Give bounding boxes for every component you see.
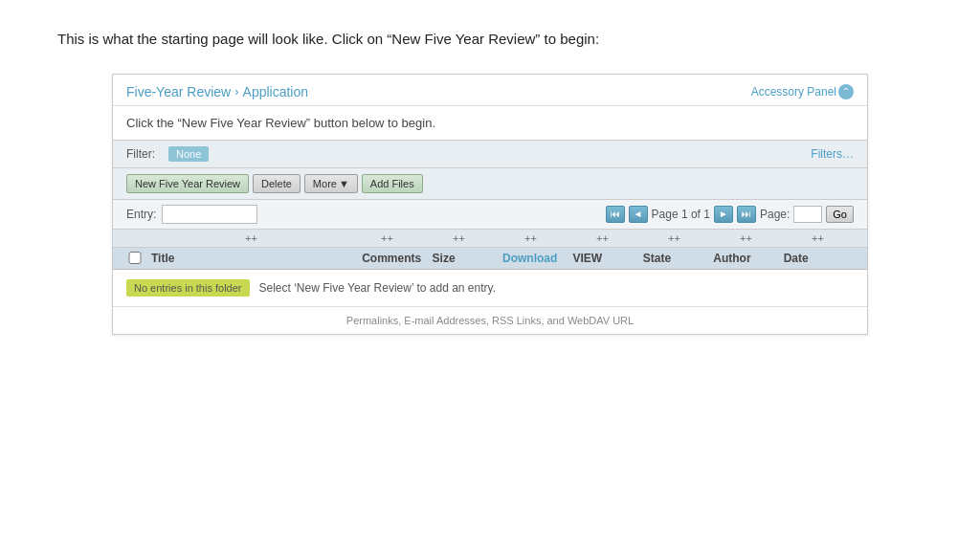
th-author: Author (713, 252, 783, 265)
app-footer: Permalinks, E-mail Addresses, RSS Links,… (113, 307, 867, 334)
page-number-input[interactable] (793, 206, 822, 223)
sort-download[interactable]: ++ (495, 232, 567, 244)
footer-text: Permalinks, E-mail Addresses, RSS Links,… (346, 315, 634, 326)
th-comments: Comments (362, 252, 432, 265)
filters-link[interactable]: Filters… (811, 147, 854, 161)
new-five-year-review-button[interactable]: New Five Year Review (126, 174, 249, 193)
breadcrumb-part1[interactable]: Five-Year Review (126, 84, 231, 99)
no-entries-description: Select ‘New Five Year Review’ to add an … (259, 281, 496, 295)
page-label: Page: (760, 208, 790, 221)
th-date: Date (784, 252, 854, 265)
sort-comments[interactable]: ++ (351, 232, 423, 244)
th-size: Size (433, 252, 502, 265)
accessory-panel-toggle[interactable]: Accessory Panel ⌃ (751, 84, 854, 105)
th-title: Title (151, 252, 362, 265)
th-download: Download (502, 252, 572, 265)
first-page-button[interactable]: ⏮ (606, 206, 625, 223)
app-container: Five-Year Review › Application Accessory… (112, 74, 868, 335)
sort-date[interactable]: ++ (782, 232, 854, 244)
th-view: VIEW (572, 252, 642, 265)
sort-state[interactable]: ++ (638, 232, 710, 244)
table-header-row: Title Comments Size Download VIEW State … (113, 248, 867, 270)
breadcrumb-separator: › (234, 84, 238, 99)
accessory-panel-label: Accessory Panel (751, 85, 836, 99)
delete-button[interactable]: Delete (253, 174, 301, 193)
next-page-button[interactable]: ► (714, 206, 733, 223)
go-button[interactable]: Go (826, 206, 854, 223)
more-button[interactable]: More ▼ (304, 174, 358, 193)
entry-pagination-row: Entry: ⏮ ◄ Page 1 of 1 ► ⏭ Page: Go (113, 200, 867, 230)
sort-title[interactable]: ++ (151, 232, 351, 244)
entry-input[interactable] (162, 205, 257, 224)
breadcrumb-bar: Five-Year Review › Application Accessory… (113, 75, 867, 106)
prev-page-button[interactable]: ◄ (629, 206, 648, 223)
th-state: State (643, 252, 713, 265)
select-all-checkbox[interactable] (126, 252, 144, 264)
add-files-button[interactable]: Add Files (362, 174, 423, 193)
filter-none-badge[interactable]: None (168, 146, 209, 162)
breadcrumb-part2[interactable]: Application (243, 84, 309, 99)
accessory-chevron-icon: ⌃ (838, 84, 854, 99)
sort-size[interactable]: ++ (423, 232, 495, 244)
instruction-text: Click the “New Five Year Review” button … (113, 106, 867, 140)
breadcrumb: Five-Year Review › Application (126, 84, 308, 99)
no-entries-badge: No entries in this folder (126, 279, 250, 297)
toolbar: New Five Year Review Delete More ▼ Add F… (113, 168, 867, 200)
sort-author[interactable]: ++ (710, 232, 782, 244)
filter-bar: Filter: None Filters… (113, 140, 867, 168)
no-entries-row: No entries in this folder Select ‘New Fi… (113, 270, 867, 307)
page-info: Page 1 of 1 (652, 208, 710, 221)
last-page-button[interactable]: ⏭ (737, 206, 756, 223)
entry-label: Entry: (126, 208, 156, 221)
filter-label: Filter: (126, 147, 155, 161)
sort-row: ++ ++ ++ ++ ++ ++ ++ ++ (113, 230, 867, 248)
more-dropdown-icon: ▼ (339, 178, 349, 189)
intro-text: This is what the starting page will look… (57, 29, 804, 51)
sort-view[interactable]: ++ (567, 232, 638, 244)
